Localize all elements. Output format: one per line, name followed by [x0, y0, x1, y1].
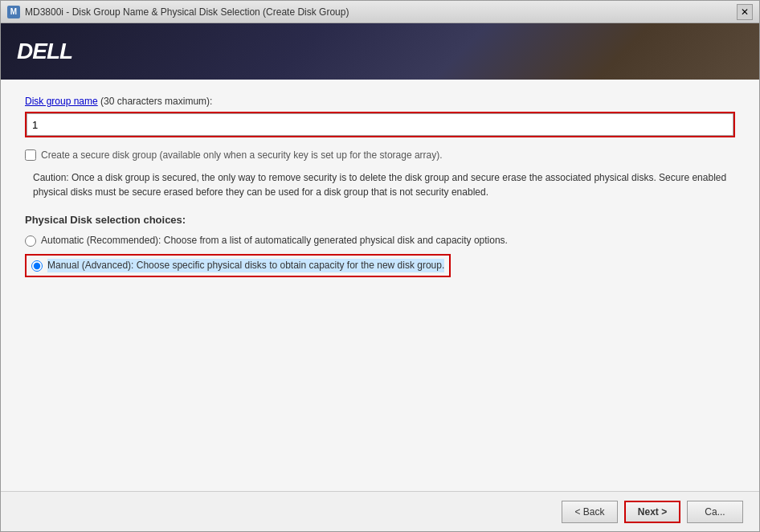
secure-checkbox-row: Create a secure disk group (available on…	[25, 149, 735, 161]
dell-logo: DELL	[17, 39, 72, 64]
app-icon: M	[7, 6, 20, 18]
disk-group-name-label-rest: (30 characters maximum):	[98, 96, 213, 107]
selection-title: Physical Disk selection choices:	[25, 214, 735, 226]
caution-text: Caution: Once a disk group is secured, t…	[25, 170, 735, 199]
close-button[interactable]: ✕	[737, 4, 753, 20]
manual-radio-wrapper: Manual (Advanced): Choose specific physi…	[25, 254, 451, 277]
disk-group-name-label: Disk group name (30 characters maximum):	[25, 96, 735, 107]
title-bar-left: M MD3800i - Disk Group Name & Physical D…	[7, 6, 349, 18]
window-title: MD3800i - Disk Group Name & Physical Dis…	[25, 6, 349, 18]
disk-group-name-input[interactable]	[27, 113, 733, 136]
automatic-radio-label[interactable]: Automatic (Recommended): Choose from a l…	[41, 234, 508, 248]
secure-checkbox-label: Create a secure disk group (available on…	[41, 149, 443, 161]
title-bar: M MD3800i - Disk Group Name & Physical D…	[1, 1, 759, 23]
back-button[interactable]: < Back	[562, 501, 618, 523]
header-bar: DELL	[1, 23, 759, 80]
content-area: Disk group name (30 characters maximum):…	[1, 80, 759, 491]
cancel-button[interactable]: Ca...	[687, 501, 743, 523]
footer-bar: < Back Next > Ca...	[1, 491, 759, 531]
manual-radio-label[interactable]: Manual (Advanced): Choose specific physi…	[47, 259, 444, 272]
disk-group-name-label-underline: Disk group name	[25, 96, 98, 107]
automatic-radio[interactable]	[25, 235, 36, 247]
manual-radio-option: Manual (Advanced): Choose specific physi…	[25, 254, 735, 277]
secure-checkbox[interactable]	[25, 149, 36, 161]
disk-group-name-section: Disk group name (30 characters maximum):	[25, 96, 735, 137]
next-button[interactable]: Next >	[624, 501, 680, 523]
automatic-radio-option: Automatic (Recommended): Choose from a l…	[25, 234, 735, 248]
disk-group-name-input-wrapper	[25, 112, 735, 137]
main-window: M MD3800i - Disk Group Name & Physical D…	[0, 0, 760, 532]
manual-radio[interactable]	[31, 260, 43, 272]
